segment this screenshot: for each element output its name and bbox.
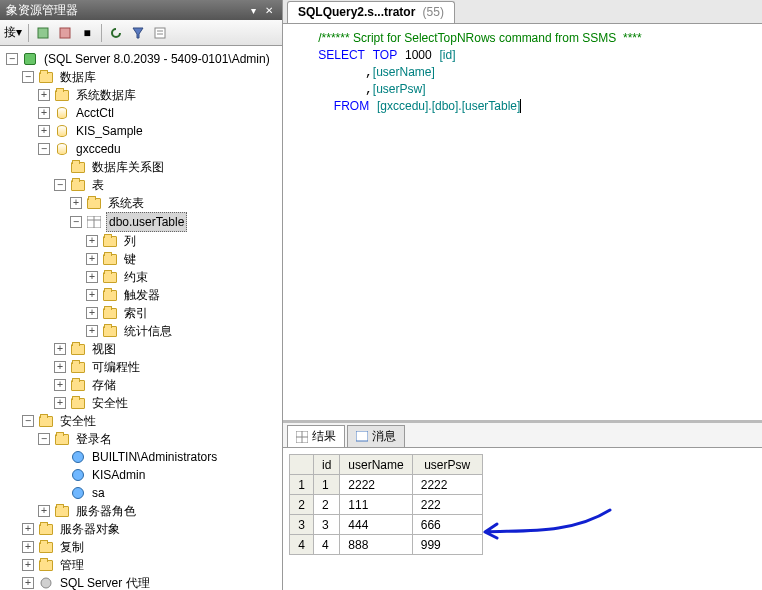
separator (101, 24, 102, 42)
tree-item[interactable]: 数据库关系图 (4, 158, 282, 176)
filter-icon[interactable] (130, 25, 146, 41)
table-icon (87, 216, 101, 228)
tree-item[interactable]: −表 (4, 176, 282, 194)
folder-icon (71, 380, 85, 391)
tree-item[interactable]: +管理 (4, 556, 282, 574)
cell[interactable]: 999 (412, 535, 482, 555)
row-header[interactable]: 1 (290, 475, 314, 495)
svg-rect-2 (155, 28, 165, 38)
folder-icon (55, 434, 69, 445)
tree-item[interactable]: +复制 (4, 538, 282, 556)
table-row[interactable]: 2 2 111 222 (290, 495, 483, 515)
explorer-toolbar: 接▾ ■ (0, 20, 282, 46)
close-icon[interactable]: ✕ (262, 3, 276, 17)
query-tab[interactable]: SQLQuery2.s...trator (55) (287, 1, 455, 23)
refresh-icon[interactable] (108, 25, 124, 41)
cell[interactable]: 888 (340, 535, 412, 555)
tree-item[interactable]: +存储 (4, 376, 282, 394)
cell[interactable]: 2 (314, 495, 340, 515)
database-icon (57, 107, 67, 119)
tree-item[interactable]: +列 (4, 232, 282, 250)
grid-icon (296, 431, 308, 443)
folder-icon (71, 362, 85, 373)
cell[interactable]: 222 (412, 495, 482, 515)
query-tabbar: SQLQuery2.s...trator (55) (283, 0, 762, 24)
connect-button[interactable]: 接▾ (4, 24, 22, 41)
table-row[interactable]: 1 1 2222 2222 (290, 475, 483, 495)
text-cursor (520, 99, 521, 113)
folder-icon (39, 542, 53, 553)
folder-icon (103, 308, 117, 319)
sql-editor[interactable]: /****** Script for SelectTopNRows comman… (283, 24, 762, 420)
svg-point-8 (41, 578, 51, 588)
cell[interactable]: 2222 (412, 475, 482, 495)
tree-login[interactable]: sa (4, 484, 282, 502)
results-grid[interactable]: id userName userPsw 1 1 2222 22222 2 111… (289, 454, 483, 555)
tree-security[interactable]: −安全性 (4, 412, 282, 430)
tree-item[interactable]: +系统表 (4, 194, 282, 212)
tree-item[interactable]: +统计信息 (4, 322, 282, 340)
cell[interactable]: 444 (340, 515, 412, 535)
corner-cell[interactable] (290, 455, 314, 475)
folder-icon (71, 162, 85, 173)
user-icon (72, 451, 84, 463)
cell[interactable]: 3 (314, 515, 340, 535)
column-header[interactable]: id (314, 455, 340, 475)
row-header[interactable]: 2 (290, 495, 314, 515)
folder-icon (39, 524, 53, 535)
svg-rect-0 (38, 28, 48, 38)
tree-item[interactable]: +AcctCtl (4, 104, 282, 122)
cell[interactable]: 666 (412, 515, 482, 535)
tree-item[interactable]: +约束 (4, 268, 282, 286)
tree-login[interactable]: BUILTIN\Administrators (4, 448, 282, 466)
tree-item[interactable]: +系统数据库 (4, 86, 282, 104)
tab-results[interactable]: 结果 (287, 425, 345, 447)
cell[interactable]: 111 (340, 495, 412, 515)
tree-login[interactable]: KISAdmin (4, 466, 282, 484)
svg-rect-1 (60, 28, 70, 38)
folder-icon (55, 90, 69, 101)
row-header[interactable]: 3 (290, 515, 314, 535)
folder-icon (103, 326, 117, 337)
panel-header: 象资源管理器 ▾ ✕ (0, 0, 282, 20)
tree-item[interactable]: −登录名 (4, 430, 282, 448)
cell[interactable]: 2222 (340, 475, 412, 495)
column-header[interactable]: userName (340, 455, 412, 475)
message-icon (356, 431, 368, 443)
tree-item[interactable]: +键 (4, 250, 282, 268)
panel-title: 象资源管理器 (6, 2, 78, 19)
cell[interactable]: 4 (314, 535, 340, 555)
results-grid-wrap: id userName userPsw 1 1 2222 22222 2 111… (283, 447, 762, 590)
tree-item[interactable]: +KIS_Sample (4, 122, 282, 140)
row-header[interactable]: 4 (290, 535, 314, 555)
cell[interactable]: 1 (314, 475, 340, 495)
folder-icon (103, 290, 117, 301)
column-header[interactable]: userPsw (412, 455, 482, 475)
tab-messages[interactable]: 消息 (347, 425, 405, 447)
tree-databases[interactable]: −数据库 (4, 68, 282, 86)
table-row[interactable]: 4 4 888 999 (290, 535, 483, 555)
properties-icon[interactable] (152, 25, 168, 41)
tree-item[interactable]: +SQL Server 代理 (4, 574, 282, 590)
results-tabbar: 结果 消息 (283, 423, 762, 447)
tree-item[interactable]: +触发器 (4, 286, 282, 304)
pin-icon[interactable]: ▾ (246, 3, 260, 17)
folder-icon (39, 72, 53, 83)
user-icon (72, 469, 84, 481)
table-row[interactable]: 3 3 444 666 (290, 515, 483, 535)
disconnect-icon[interactable] (57, 25, 73, 41)
tree-item[interactable]: +可编程性 (4, 358, 282, 376)
tree-item[interactable]: +服务器角色 (4, 502, 282, 520)
tree-item[interactable]: +视图 (4, 340, 282, 358)
connect-icon[interactable] (35, 25, 51, 41)
tree-item[interactable]: −gxccedu (4, 140, 282, 158)
stop-icon[interactable]: ■ (79, 25, 95, 41)
tree-view[interactable]: −(SQL Server 8.0.2039 - 5409-0101\Admin)… (0, 46, 282, 590)
tree-server-root[interactable]: −(SQL Server 8.0.2039 - 5409-0101\Admin) (4, 50, 282, 68)
tree-item[interactable]: +安全性 (4, 394, 282, 412)
database-icon (57, 125, 67, 137)
tree-item-usertable[interactable]: −dbo.userTable (4, 212, 282, 232)
tree-item[interactable]: +索引 (4, 304, 282, 322)
tree-item[interactable]: +服务器对象 (4, 520, 282, 538)
server-icon (24, 53, 36, 65)
